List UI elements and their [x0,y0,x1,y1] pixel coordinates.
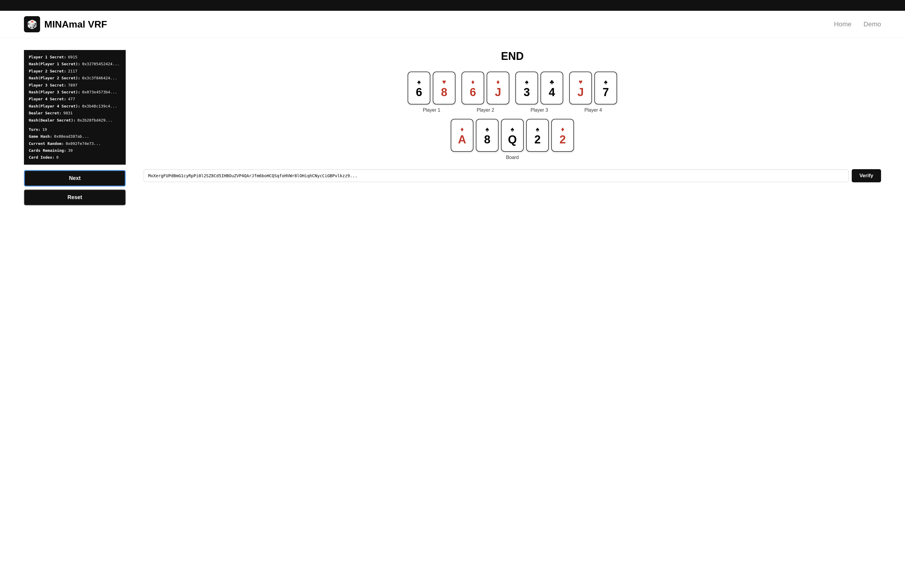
card-value: Q [508,134,517,145]
card-value: 4 [549,86,555,98]
card-value: 3 [524,86,530,98]
info-label: Player 3 Secret: [29,82,66,89]
card-suit: ♠ [417,78,421,86]
reset-button[interactable]: Reset [24,189,126,205]
info-value: 0x092fe74e73... [65,140,100,147]
info-value: 2117 [68,68,77,75]
card-value: 7 [602,86,609,98]
player-4-card-1: ♥ J [569,72,592,105]
info-label: Hash(Player 2 Secret): [29,75,80,81]
brand: 🎲 MINAmal VRF [24,16,107,32]
info-row: Player 3 Secret: 7897 [29,82,121,89]
board-cards: ♦ A ♠ 8 ♠ Q ♠ 2 ♦ 2 [451,119,574,152]
info-value: 0x2b28fbd429... [78,117,113,124]
board-card-5: ♦ 2 [551,119,574,152]
info-label: Game Hash: [29,133,52,140]
board-section: ♦ A ♠ 8 ♠ Q ♠ 2 ♦ 2 Board [144,119,881,160]
card-suit: ♥ [578,78,583,86]
right-panel: END ♠ 6 ♥ 8 Player 1 ♦ 6 ♦ J Player 2 ♠ … [144,50,881,182]
player-group-4: ♥ J ♠ 7 Player 4 [569,72,617,113]
info-value: 9831 [64,110,73,116]
verify-input[interactable] [144,170,849,182]
card-value: 6 [416,86,422,98]
player-3-cards: ♠ 3 ♣ 4 [515,72,563,105]
info-value: 0x3b48c139c4... [82,103,117,110]
player-2-label: Player 2 [477,108,494,113]
left-panel: Player 1 Secret: 6915 Hash(Player 1 Secr… [24,50,126,205]
player-1-card-2: ♥ 8 [433,72,456,105]
info-label: Cards Remaining: [29,147,66,154]
card-value: J [577,86,584,98]
next-button[interactable]: Next [24,170,126,186]
card-value: 6 [470,86,476,98]
info-label: Hash(Player 4 Secret): [29,103,80,110]
board-card-2: ♠ 8 [476,119,499,152]
card-value: A [458,134,466,145]
player-group-3: ♠ 3 ♣ 4 Player 3 [515,72,563,113]
info-label: Player 2 Secret: [29,68,66,75]
player-2-card-1: ♦ 6 [462,72,484,105]
info-row: Player 1 Secret: 6915 [29,54,121,60]
player-1-card-1: ♠ 6 [408,72,430,105]
info-value: 0x073e4573b4... [82,89,117,95]
player-3-card-2: ♣ 4 [540,72,563,105]
info-row: Hash(Player 1 Secret): 0x32705452424... [29,60,121,67]
board-card-3: ♠ Q [501,119,524,152]
info-label: Hash(Player 3 Secret): [29,89,80,95]
info-row: Current Random: 0x092fe74e73... [29,140,121,147]
info-row: Hash(Player 2 Secret): 0x3c3f846424... [29,75,121,81]
card-suit: ♦ [471,78,474,86]
info-label: Hash(Player 1 Secret): [29,60,80,67]
card-value: 8 [441,86,447,98]
player-group-2: ♦ 6 ♦ J Player 2 [462,72,510,113]
info-value: 6915 [68,54,77,60]
nav-home[interactable]: Home [834,21,852,28]
info-label: Hash(Dealer Secret): [29,117,76,124]
navbar: 🎲 MINAmal VRF Home Demo [0,11,905,38]
player-group-1: ♠ 6 ♥ 8 Player 1 [408,72,456,113]
info-label: Player 1 Secret: [29,54,66,60]
info-label: Card Index: [29,154,54,161]
card-value: 2 [534,134,540,145]
info-table: Player 1 Secret: 6915 Hash(Player 1 Secr… [24,50,126,165]
info-row: Hash(Player 4 Secret): 0x3b48c139c4... [29,103,121,110]
info-row: Cards Remaining: 39 [29,147,121,154]
card-suit: ♣ [550,78,554,86]
card-suit: ♥ [442,78,446,86]
main-content: Player 1 Secret: 6915 Hash(Player 1 Secr… [0,38,905,217]
info-label: Player 4 Secret: [29,95,66,102]
card-suit: ♠ [511,126,514,133]
info-label: Current Random: [29,140,64,147]
player-2-card-2: ♦ J [487,72,510,105]
info-value: 477 [68,95,75,102]
card-value: 8 [484,134,490,145]
info-row: Card Index: 0 [29,154,121,161]
card-suit: ♦ [460,126,464,133]
board-card-1: ♦ A [451,119,473,152]
verify-button[interactable]: Verify [852,169,881,182]
info-row: Turn: 19 [29,126,121,133]
info-label: Dealer Secret: [29,110,62,116]
players-row: ♠ 6 ♥ 8 Player 1 ♦ 6 ♦ J Player 2 ♠ 3 ♣ … [144,72,881,113]
info-value: 39 [68,147,73,154]
section-title: END [144,50,881,63]
info-value: 0 [56,154,59,161]
card-value: J [495,86,501,98]
info-row: Player 4 Secret: 477 [29,95,121,102]
info-row: Hash(Dealer Secret): 0x2b28fbd429... [29,117,121,124]
player-2-cards: ♦ 6 ♦ J [462,72,510,105]
card-suit: ♠ [536,126,539,133]
player-3-label: Player 3 [530,108,548,113]
nav-demo[interactable]: Demo [864,21,881,28]
card-suit: ♠ [525,78,529,86]
board-card-4: ♠ 2 [526,119,549,152]
player-4-cards: ♥ J ♠ 7 [569,72,617,105]
card-suit: ♦ [561,126,564,133]
card-value: 2 [559,134,566,145]
player-4-card-2: ♠ 7 [594,72,617,105]
info-value: 19 [42,126,47,133]
info-value: 0x08ead387ab... [54,133,89,140]
player-1-cards: ♠ 6 ♥ 8 [408,72,456,105]
info-value: 0x3c3f846424... [82,75,117,81]
top-bar [0,0,905,11]
